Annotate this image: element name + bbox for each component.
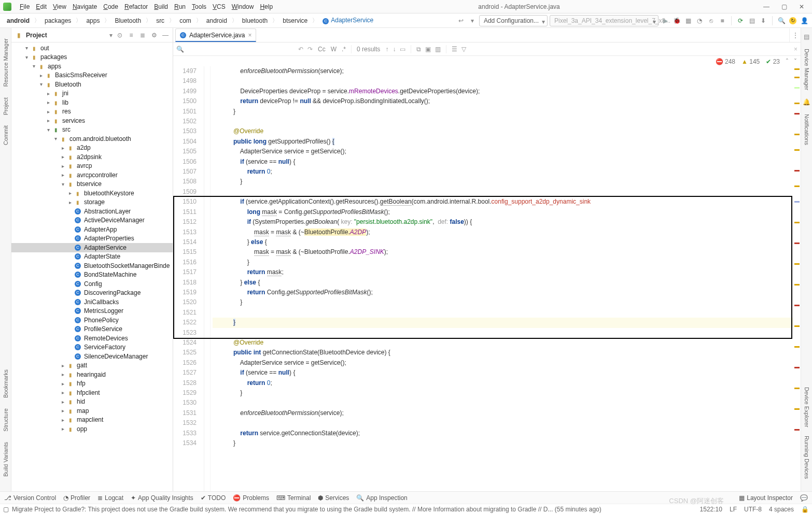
error-stripe-mark[interactable] (794, 222, 800, 223)
error-stripe[interactable] (793, 66, 801, 491)
expand-icon[interactable]: ▸ (59, 417, 66, 423)
error-stripe-mark[interactable] (794, 68, 800, 70)
rail-device-manager[interactable]: Device Manager (804, 49, 810, 90)
tree-node[interactable]: ▾apps (11, 62, 173, 71)
sync-icon[interactable]: ⟳ (736, 16, 745, 25)
tree-node[interactable]: ▸a2dpsink (11, 152, 173, 162)
expand-icon[interactable]: ▸ (59, 399, 66, 405)
device-select[interactable]: Pixel_3a_API_34_extension_level_7_x8... (550, 15, 659, 26)
menu-view[interactable]: View (50, 2, 69, 12)
sdk-icon[interactable]: ⬇ (759, 16, 768, 25)
tree-node[interactable]: ▸lib (11, 98, 173, 107)
ide-update-icon[interactable]: ↻ (788, 16, 797, 25)
collapse-icon[interactable]: ▾ (45, 127, 52, 133)
tree-node[interactable]: CProfileService (11, 325, 173, 334)
tree-node[interactable]: CAdapterState (11, 252, 173, 262)
tree-node[interactable]: CAbstractionLayer (11, 207, 173, 216)
error-stripe-mark[interactable] (794, 325, 800, 327)
rail-build-variants[interactable]: Build Variants (3, 442, 9, 477)
back-icon[interactable]: ↩ (456, 16, 466, 25)
tree-node[interactable]: CAdapterService (11, 243, 173, 252)
expand-icon[interactable]: ▸ (66, 199, 74, 205)
expand-icon[interactable]: ▸ (66, 190, 74, 196)
expand-icon[interactable]: ▸ (59, 408, 66, 413)
tree-node[interactable]: CBondStateMachine (11, 270, 173, 280)
caret-position[interactable]: 1522:10 (700, 506, 722, 513)
expand-icon[interactable]: ▸ (45, 109, 52, 115)
close-button[interactable]: ✕ (797, 3, 806, 10)
tree-node[interactable]: CDiscoveringPackage (11, 289, 173, 298)
account-icon[interactable]: 👤 (800, 16, 809, 25)
tree-node[interactable]: ▾src (11, 125, 173, 135)
menu-window[interactable]: Window (229, 2, 257, 12)
error-stripe-mark[interactable] (794, 408, 800, 410)
breadcrumb-item[interactable]: android (3, 16, 33, 25)
menu-vcs[interactable]: VCS (209, 2, 229, 12)
hide-icon[interactable]: — (161, 32, 170, 39)
collapse-icon[interactable]: ▾ (23, 45, 30, 51)
breadcrumb-item[interactable]: CAdapterService (319, 16, 377, 25)
tree-node[interactable]: ▸hfp (11, 379, 173, 389)
expand-all-icon[interactable]: ≡ (127, 32, 135, 39)
tree-node[interactable]: ▸hearingaid (11, 370, 173, 379)
tree-node[interactable]: ▸map (11, 406, 173, 416)
breadcrumb-item[interactable]: com (176, 16, 195, 25)
error-stripe-mark[interactable] (794, 429, 800, 431)
error-stripe-mark[interactable] (794, 103, 800, 104)
find-up-icon[interactable]: ↑ (385, 46, 388, 53)
breadcrumb-item[interactable]: apps (82, 16, 103, 25)
project-tree[interactable]: ▾out▾packages▾apps▸BasicSmsReceiver▾Blue… (11, 42, 173, 491)
profile-icon[interactable]: ◔ (695, 16, 704, 25)
select-all-occurrences-icon[interactable]: ▣ (425, 46, 431, 53)
tree-node[interactable]: ▸avrcp (11, 162, 173, 171)
find-input[interactable] (189, 46, 293, 53)
tree-node[interactable]: CAdapterApp (11, 225, 173, 234)
expand-icon[interactable]: ▸ (45, 99, 52, 105)
tool-app-inspection[interactable]: 🔍App Inspection (356, 494, 407, 502)
error-stripe-mark[interactable] (794, 113, 800, 115)
tree-node[interactable]: CRemoteDevices (11, 334, 173, 343)
error-stripe-mark[interactable] (794, 77, 800, 78)
breadcrumb-item[interactable]: Bluetooth (111, 16, 145, 25)
tree-node[interactable]: CJniCallbacks (11, 297, 173, 307)
tree-node[interactable]: CConfig (11, 279, 173, 289)
tool-problems[interactable]: ⛔Problems (233, 494, 269, 502)
tree-node[interactable]: CAdapterProperties (11, 234, 173, 244)
indent-setting[interactable]: 4 spaces (769, 506, 794, 513)
tree-node[interactable]: CActiveDeviceManager (11, 216, 173, 225)
expand-icon[interactable]: ▸ (59, 145, 66, 151)
regex-toggle[interactable]: .* (342, 46, 346, 53)
rail-project[interactable]: Project (3, 97, 9, 115)
tree-node[interactable]: ▾Bluetooth (11, 80, 173, 89)
tool-app-quality[interactable]: ✦App Quality Insights (131, 494, 193, 502)
tool-logcat[interactable]: ≣Logcat (97, 494, 123, 502)
tree-node[interactable]: ▾btservice (11, 180, 173, 189)
inspection-summary[interactable]: ⛔ 248 ▲ 145 ✔ 23 ˆˇ (173, 56, 801, 66)
breadcrumb-item[interactable]: bluetooth (239, 16, 271, 25)
event-log-icon[interactable]: 💬 (800, 494, 808, 502)
tree-node[interactable]: ▸services (11, 116, 173, 125)
maximize-button[interactable]: ▢ (780, 3, 788, 10)
minimize-button[interactable]: — (762, 3, 771, 10)
tree-node[interactable]: ▸opp (11, 424, 173, 434)
chevron-down-icon[interactable]: ▾ (109, 32, 113, 39)
collapse-icon[interactable]: ▾ (30, 63, 37, 69)
menu-file[interactable]: File (17, 2, 33, 12)
run-configuration-select[interactable]: Add Configuration... (479, 15, 548, 26)
tree-node[interactable]: ▸a2dp (11, 144, 173, 153)
error-stripe-mark[interactable] (794, 346, 800, 348)
collapse-icon[interactable]: ▾ (23, 54, 30, 60)
breadcrumb-item[interactable]: btservice (279, 16, 311, 25)
more-tabs-icon[interactable]: ⋮ (789, 28, 801, 42)
tree-node[interactable]: ▸res (11, 107, 173, 117)
tree-node[interactable]: CPhonePolicy (11, 316, 173, 325)
tree-node[interactable]: ▸bluetoothKeystore (11, 189, 173, 198)
tree-node[interactable]: ▸storage (11, 198, 173, 207)
tree-node[interactable]: CBluetoothSocketManagerBinde (11, 261, 173, 270)
tab-adapterservice[interactable]: C AdapterService.java × (175, 28, 256, 42)
add-selection-icon[interactable]: ⧉ (416, 46, 421, 53)
status-message[interactable]: Migrate Project to Gradle?: This project… (12, 506, 700, 513)
expand-icon[interactable]: ▸ (59, 381, 66, 387)
tree-node[interactable]: CServiceFactory (11, 343, 173, 352)
expand-icon[interactable]: ▸ (59, 426, 66, 432)
